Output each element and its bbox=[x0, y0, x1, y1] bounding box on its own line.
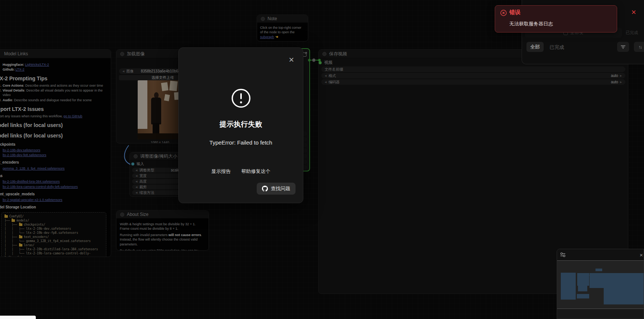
minimap-node-rect bbox=[604, 273, 644, 304]
minimap-close-icon[interactable]: × bbox=[640, 252, 643, 258]
toast-message: 无法获取服务器日志 bbox=[509, 21, 553, 27]
modal-close-icon[interactable]: × bbox=[289, 55, 294, 64]
minimap-node-rect bbox=[561, 273, 576, 300]
toast-close-icon[interactable]: × bbox=[631, 8, 636, 16]
filter-button[interactable] bbox=[617, 42, 629, 52]
sort-button[interactable]: ↑↓ bbox=[634, 42, 644, 52]
minimap-node-rect bbox=[578, 286, 587, 291]
error-circle-x-icon bbox=[500, 10, 507, 16]
comfyui-canvas[interactable]: Model Links Huggingface: Lightricks/LTX-… bbox=[0, 0, 644, 319]
tab-all[interactable]: 全部 bbox=[526, 42, 544, 52]
minimap-node-rect bbox=[577, 273, 589, 286]
show-report-button[interactable]: 显示报告 bbox=[212, 168, 231, 175]
exclamation-circle-icon bbox=[231, 88, 251, 108]
graph-settings-icon[interactable] bbox=[560, 252, 566, 257]
obscured-right-label: 已完成 bbox=[626, 30, 638, 35]
modal-title: 提示执行失败 bbox=[179, 120, 303, 129]
find-issues-label: 查找问题 bbox=[271, 185, 290, 192]
minimap-node-rect bbox=[590, 273, 604, 288]
help-fix-button[interactable]: 帮助修复这个 bbox=[241, 168, 271, 175]
minimap-node-rect bbox=[595, 269, 602, 271]
filter-icon bbox=[620, 45, 626, 49]
execution-error-modal: × 提示执行失败 TypeError: Failed to fetch 显示报告… bbox=[178, 47, 303, 203]
error-toast: 错误 无法获取服务器日志 bbox=[495, 5, 617, 32]
error-message: TypeError: Failed to fetch bbox=[179, 139, 303, 146]
browser-status-strip bbox=[0, 316, 36, 319]
minimap-panel[interactable]: × bbox=[557, 249, 644, 319]
minimap-header: × bbox=[557, 249, 644, 260]
find-issues-button[interactable]: 查找问题 bbox=[257, 183, 296, 195]
tab-completed[interactable]: 已完成 bbox=[550, 44, 564, 51]
sort-icon: ↑↓ bbox=[638, 44, 641, 50]
github-icon bbox=[262, 186, 268, 192]
minimap-map[interactable] bbox=[557, 260, 644, 309]
minimap-node-rect bbox=[577, 294, 589, 298]
toast-title: 错误 bbox=[509, 9, 520, 16]
